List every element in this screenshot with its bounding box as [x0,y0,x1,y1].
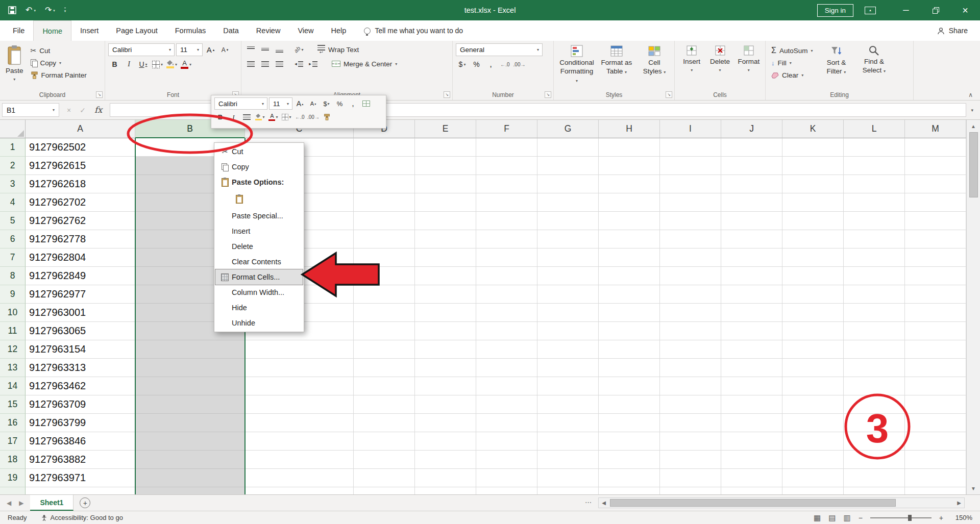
ribbon-tab-review[interactable]: Review [248,20,289,41]
horizontal-scrollbar[interactable]: ◀ ▶ [598,497,965,508]
cell-j16[interactable] [721,414,782,432]
cell-j3[interactable] [721,175,782,193]
cell-e15[interactable] [415,395,476,414]
cell-f7[interactable] [476,248,537,267]
row-header-10[interactable]: 10 [0,304,26,322]
cell-j10[interactable] [721,304,782,322]
cell-g1[interactable] [537,138,599,157]
page-break-view-icon[interactable]: ▥ [843,513,850,522]
cell-f12[interactable] [476,340,537,359]
mini-font-name-combo[interactable]: Calibri ▾ [214,97,267,110]
cell-a-partial[interactable] [26,487,135,494]
accounting-format-button[interactable]: $▾ [456,58,469,70]
cell-m9[interactable] [905,285,966,304]
cell-a10[interactable]: 9127963001 [26,304,135,322]
cell-m10[interactable] [905,304,966,322]
scroll-right-icon[interactable]: ▶ [954,500,964,506]
cell-g-partial[interactable] [537,487,599,494]
cell-d17[interactable] [354,432,415,451]
cell-k18[interactable] [782,451,844,469]
cell-j1[interactable] [721,138,782,157]
cell-i6[interactable] [660,230,721,248]
grow-font-button[interactable]: A▴ [204,44,217,56]
cell-l19[interactable] [844,469,905,487]
page-layout-view-icon[interactable]: ▤ [828,513,836,522]
cell-h16[interactable] [599,414,660,432]
number-format-combo[interactable]: General ▾ [456,43,543,56]
cell-e18[interactable] [415,451,476,469]
cell-b19[interactable] [135,469,245,487]
context-menu-item-copy[interactable]: Copy [215,159,303,174]
align-bottom-button[interactable] [273,43,286,56]
cell-l13[interactable] [844,359,905,377]
cell-i11[interactable] [660,322,721,340]
zoom-percentage[interactable]: 150% [951,514,972,521]
cell-g6[interactable] [537,230,599,248]
row-header-8[interactable]: 8 [0,267,26,285]
cell-d11[interactable] [354,322,415,340]
find-select-button[interactable]: Find & Select ▾ [857,43,891,81]
cell-c18[interactable] [245,451,354,469]
row-header-11[interactable]: 11 [0,322,26,340]
cell-m5[interactable] [905,212,966,230]
cell-a7[interactable]: 9127962804 [26,248,135,267]
cell-l16[interactable] [844,414,905,432]
ribbon-tab-page-layout[interactable]: Page Layout [107,20,166,41]
context-menu-item-column-width[interactable]: Column Width... [215,285,303,300]
cell-d13[interactable] [354,359,415,377]
mini-grow-font-button[interactable]: A▴ [294,98,306,110]
cell-g3[interactable] [537,175,599,193]
cell-e17[interactable] [415,432,476,451]
cell-g18[interactable] [537,451,599,469]
cell-g10[interactable] [537,304,599,322]
cell-f5[interactable] [476,212,537,230]
cell-e-partial[interactable] [415,487,476,494]
cell-m2[interactable] [905,157,966,175]
cell-f4[interactable] [476,193,537,212]
expand-formula-bar-icon[interactable]: ▾ [966,108,978,113]
cell-j19[interactable] [721,469,782,487]
cell-g12[interactable] [537,340,599,359]
column-header-j[interactable]: J [721,120,782,138]
cell-g5[interactable] [537,212,599,230]
cell-f-partial[interactable] [476,487,537,494]
cell-i17[interactable] [660,432,721,451]
cell-h5[interactable] [599,212,660,230]
sheet-nav-left-icon[interactable]: ◀ [7,500,11,507]
cell-d18[interactable] [354,451,415,469]
cell-d19[interactable] [354,469,415,487]
cell-e7[interactable] [415,248,476,267]
align-middle-button[interactable] [259,43,272,56]
decrease-decimal-button[interactable]: .00→ [513,58,526,70]
cell-d7[interactable] [354,248,415,267]
cell-m3[interactable] [905,175,966,193]
ribbon-display-options-icon[interactable]: ▴ [865,7,876,14]
sort-filter-button[interactable]: Sort & Filter ▾ [818,43,854,81]
cell-k4[interactable] [782,193,844,212]
column-header-f[interactable]: F [476,120,537,138]
cell-e9[interactable] [415,285,476,304]
column-header-a[interactable]: A [26,120,135,138]
row-header-partial[interactable] [0,487,26,494]
row-header-13[interactable]: 13 [0,359,26,377]
select-all-corner[interactable] [0,120,26,138]
cell-m-partial[interactable] [905,487,966,494]
cell-k5[interactable] [782,212,844,230]
cell-k2[interactable] [782,157,844,175]
cell-a2[interactable]: 9127962615 [26,157,135,175]
cell-d10[interactable] [354,304,415,322]
ribbon-tab-insert[interactable]: Insert [71,20,107,41]
cell-g15[interactable] [537,395,599,414]
cell-e12[interactable] [415,340,476,359]
cell-j6[interactable] [721,230,782,248]
cell-a18[interactable]: 9127963882 [26,451,135,469]
cell-i3[interactable] [660,175,721,193]
percent-style-button[interactable]: % [470,58,483,70]
cell-h6[interactable] [599,230,660,248]
cell-g11[interactable] [537,322,599,340]
row-header-16[interactable]: 16 [0,414,26,432]
cell-l11[interactable] [844,322,905,340]
styles-dialog-launcher-icon[interactable]: ↘ [666,91,672,98]
cell-a1[interactable]: 9127962502 [26,138,135,157]
cell-a6[interactable]: 9127962778 [26,230,135,248]
